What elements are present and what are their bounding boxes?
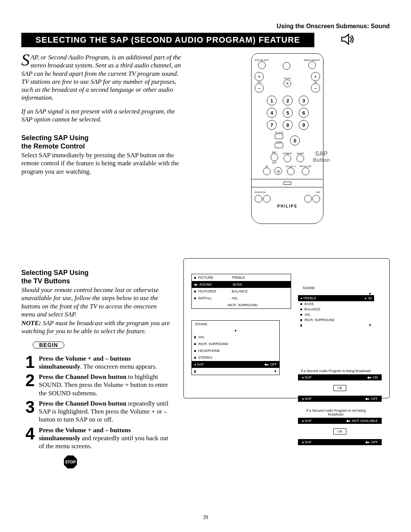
num-0: 0 xyxy=(290,136,300,145)
step-3-number: 3 xyxy=(21,399,39,415)
stop-icon: STOP xyxy=(63,455,78,469)
main-menu: PICTURETREBLE ◆▸SOUNDBASS FEATURESBALANC… xyxy=(191,274,291,309)
sound-adjust-panel: SOUND ▲ ◂ TREBLE▸ 30 BASS BALANCE AVL IN… xyxy=(298,285,374,328)
step-4: 4 Press the Volume + and – buttons simul… xyxy=(21,426,172,451)
section-heading-remote: Selecting SAP Usingthe Remote Control xyxy=(21,134,185,150)
mute-button: ✕ xyxy=(284,80,291,87)
intro-text: AP, or Second Audio Program, is an addit… xyxy=(21,54,181,101)
tv-screen-diagram: PICTURETREBLE ◆▸SOUNDBASS FEATURESBALANC… xyxy=(183,258,390,398)
power-button xyxy=(283,62,290,70)
pip-label: PIP xyxy=(316,191,320,193)
number-pad: 1 2 3 4 5 6 7 8 9 xyxy=(255,96,320,130)
num-5: 5 xyxy=(283,108,293,118)
intro-note: If an SAP signal is not present with a s… xyxy=(21,107,185,124)
pos-2 xyxy=(263,195,271,203)
breadcrumb: Using the Onscreen Submenus: Sound xyxy=(21,23,390,30)
sleep-button xyxy=(296,155,304,162)
num-7: 7 xyxy=(267,120,277,130)
page-title: SELECTING THE SAP (SECOND AUDIO PROGRAM)… xyxy=(21,33,314,47)
section-heading-tv-buttons: Selecting SAP Usingthe TV Buttons xyxy=(21,269,172,285)
pip-1 xyxy=(304,195,312,203)
sound-wave-icon xyxy=(341,34,356,46)
vol-down-button: – xyxy=(255,83,264,93)
title-text: SELECTING THE SAP (SECOND AUDIO PROGRAM)… xyxy=(35,35,300,45)
pip-2 xyxy=(312,195,320,203)
brand-label: PHILIPS xyxy=(255,204,320,208)
step-1: 1 Press the Volume + and – buttons simul… xyxy=(21,355,172,371)
center-button: ◎ xyxy=(274,167,282,175)
page-number: 39 xyxy=(0,514,411,521)
ch-down-button: – xyxy=(311,83,320,93)
remote-control-diagram: STATUS EXIT MENU SELECT + VOL – xyxy=(251,53,323,224)
stop-text: STOP xyxy=(65,460,76,464)
sap-label: SAP xyxy=(271,161,278,164)
broadcast-states: If a Second Audio Program is being broad… xyxy=(298,365,382,445)
step-1-number: 1 xyxy=(21,355,39,370)
status-exit-button xyxy=(258,61,266,69)
sound-submenu: SOUND ▲ ▮ AVL INCR. SURROUND HEADPHONE S… xyxy=(191,320,280,375)
step-2: 2 Press the Channel Down button to highl… xyxy=(21,373,172,397)
num-9: 9 xyxy=(299,120,309,130)
num-3: 3 xyxy=(299,96,309,105)
section2-note: NOTE: SAP must be broadcast with the pro… xyxy=(21,319,172,335)
format-button xyxy=(284,155,291,162)
slot-icon xyxy=(284,182,291,185)
proglist-button xyxy=(302,168,309,175)
tv-vcr-button xyxy=(275,134,283,139)
section2-intro: Should your remote control become lost o… xyxy=(21,286,172,318)
menu-select-button xyxy=(308,61,316,69)
step-2-number: 2 xyxy=(21,373,39,388)
drop-cap: S xyxy=(21,53,30,67)
num-8: 8 xyxy=(283,120,293,130)
ach-button xyxy=(275,143,283,148)
intro-paragraph: SAP, or Second Audio Program, is an addi… xyxy=(21,53,185,102)
sound-panel-title: SOUND xyxy=(298,285,374,291)
vol-up-button: + xyxy=(255,72,264,81)
mute-label: MUTE xyxy=(284,77,291,80)
step-4-number: 4 xyxy=(21,426,39,441)
pos-1 xyxy=(255,195,262,203)
begin-label: BEGIN xyxy=(33,342,64,348)
section1-paragraph: Select SAP immediately by pressing the S… xyxy=(21,151,185,176)
num-4: 4 xyxy=(267,108,277,118)
step-3: 3 Press the Channel Down button repeated… xyxy=(21,399,172,424)
rec-button xyxy=(271,153,278,161)
num-1: 1 xyxy=(267,96,277,105)
dolby-button xyxy=(287,168,295,175)
ch-up-button: + xyxy=(311,72,320,81)
position-label: POSITION xyxy=(255,191,266,193)
sap-button-callout: SAPButton xyxy=(313,151,330,163)
num-2: 2 xyxy=(283,96,293,105)
av-button xyxy=(263,168,271,175)
num-6: 6 xyxy=(299,108,309,118)
